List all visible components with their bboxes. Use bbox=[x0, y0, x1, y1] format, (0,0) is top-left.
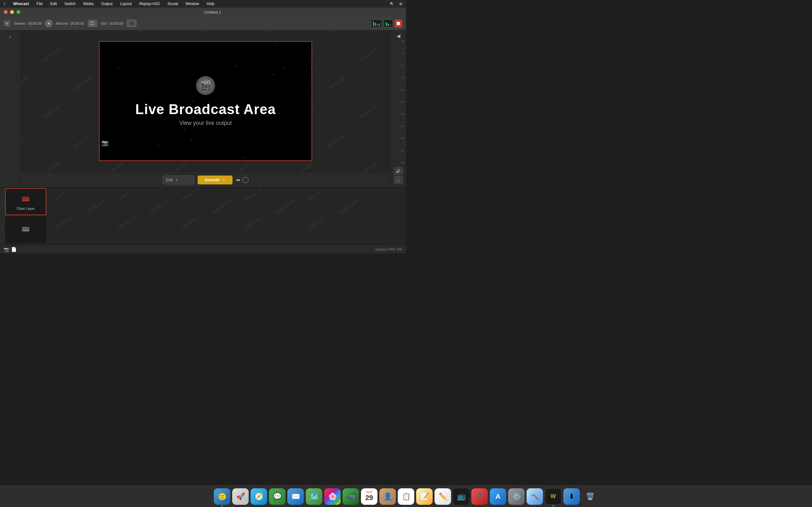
menu-file[interactable]: File bbox=[35, 2, 44, 6]
transition-bar: Cut ▼ Smooth ▼ ➡ bbox=[21, 172, 390, 187]
audio-volume-button[interactable]: 🔊 bbox=[394, 167, 403, 175]
vu-bar-6 bbox=[388, 23, 389, 26]
menu-switch[interactable]: Switch bbox=[63, 2, 77, 6]
preview-window: document.addEventListener('DOMContentLoa… bbox=[99, 41, 312, 161]
center-area: // Generate watermark pattern const wb =… bbox=[21, 31, 390, 187]
shot-2-watermark: macmj.com macmj.com macmj.com macmj.com … bbox=[46, 216, 406, 244]
vu-pointer-icon: ◀ bbox=[397, 33, 400, 39]
vu-bar-3 bbox=[377, 24, 378, 26]
toolbar: Stream: 00:00:00 Record: 00:00:00 ISO RE… bbox=[0, 16, 406, 31]
vu-bar-7 bbox=[390, 24, 391, 26]
minimize-button[interactable] bbox=[10, 10, 14, 14]
maximize-button[interactable] bbox=[16, 10, 20, 14]
right-panel: ◀ +6 -6 -12 -18 -24 -30 -36 -42 -48 -54 … bbox=[390, 31, 406, 187]
shot-1-layer-icon bbox=[20, 193, 31, 205]
vu-bar-2 bbox=[375, 23, 376, 26]
system-cpu-label: System CPU: bbox=[375, 247, 396, 251]
cut-transition-select[interactable]: Cut ▼ bbox=[163, 176, 194, 184]
statusbar: 📷 📄 System CPU: 3% bbox=[0, 245, 406, 253]
go-circle-icon bbox=[242, 177, 249, 183]
vu-label-p6: +6 bbox=[392, 40, 405, 43]
vu-meter-display[interactable] bbox=[371, 20, 382, 27]
svg-rect-5 bbox=[22, 230, 30, 231]
smooth-chevron-icon: ▼ bbox=[222, 178, 225, 181]
apple-menu[interactable]:  bbox=[3, 1, 7, 6]
stream-time: 00:00:00 bbox=[28, 21, 42, 25]
iso-indicator: ISO: 00:00:00 bbox=[101, 21, 123, 25]
menu-layout[interactable]: Layout bbox=[119, 2, 133, 6]
preview-title: Live Broadcast Area bbox=[136, 101, 276, 117]
vu-bar-1 bbox=[373, 21, 374, 26]
statusbar-right: System CPU: 3% bbox=[375, 247, 402, 251]
vu-label-n36: -36 bbox=[392, 112, 405, 115]
cut-chevron-icon: ▼ bbox=[175, 178, 178, 181]
vu-label-n30: -30 bbox=[392, 100, 405, 103]
menu-social[interactable]: Social bbox=[166, 2, 179, 6]
menu-help[interactable]: Help bbox=[206, 2, 216, 6]
toolbar-right bbox=[371, 20, 402, 27]
go-button[interactable]: ➡ bbox=[236, 176, 249, 183]
stop-button[interactable] bbox=[395, 20, 402, 27]
shot-row-2-handle[interactable]: ≡ bbox=[0, 216, 5, 244]
titlebar: Untitled 1 bbox=[0, 8, 406, 16]
svg-rect-3 bbox=[22, 227, 30, 228]
window-title: Untitled 1 bbox=[23, 10, 402, 14]
preview-logo: 🎬 bbox=[196, 76, 215, 95]
screenshot-button[interactable]: 📷 bbox=[101, 139, 108, 147]
cpu-value: 3% bbox=[397, 247, 402, 251]
menu-edit[interactable]: Edit bbox=[49, 2, 58, 6]
shot-1-thumbnail[interactable]: Clear Layer bbox=[5, 188, 46, 215]
menu-window[interactable]: Window bbox=[184, 2, 200, 6]
wm-4: macmj.com bbox=[244, 188, 264, 202]
wm-13: macmj.com bbox=[180, 216, 200, 230]
wm-14: macmj.com bbox=[244, 216, 264, 230]
vu-bar-4 bbox=[379, 23, 380, 26]
wm-7: macmj.com bbox=[148, 199, 168, 214]
smooth-transition-button[interactable]: Smooth ▼ bbox=[198, 176, 233, 184]
menubar:  Wirecast File Edit Switch Media Output… bbox=[0, 0, 406, 8]
record-inner-dot bbox=[48, 22, 50, 25]
iso-time: 00:00:00 bbox=[110, 21, 123, 25]
bottom-panel: ≡ Clear Layer macmj.com macmj.com macmj.… bbox=[0, 187, 406, 245]
shot-1-label: Clear Layer bbox=[17, 207, 35, 210]
preview-subtitle: View your live output bbox=[179, 120, 232, 126]
vu-meter-display-2[interactable] bbox=[384, 20, 393, 27]
menu-control-center-icon[interactable]: ⊞ bbox=[398, 2, 403, 6]
wm-11: macmj.com bbox=[53, 216, 73, 230]
vu-bar-5 bbox=[386, 22, 387, 26]
iso-button[interactable]: ISO REC bbox=[88, 20, 97, 27]
add-layer-icon[interactable]: 📄 bbox=[11, 247, 16, 252]
shot-row-1-handle[interactable]: ≡ bbox=[0, 188, 5, 216]
stop-icon bbox=[397, 22, 400, 25]
vu-label-n54: -54 bbox=[392, 149, 405, 152]
record-button[interactable] bbox=[45, 20, 52, 27]
app-menu-wirecast[interactable]: Wirecast bbox=[12, 2, 30, 6]
record-label: Record: bbox=[56, 21, 68, 25]
wm-9: macmj.com bbox=[275, 199, 295, 214]
vu-bottom-controls: 🔊 🎧 bbox=[394, 166, 403, 185]
stream-label: Stream: bbox=[14, 21, 26, 25]
shot-2-thumbnail[interactable] bbox=[5, 216, 46, 243]
menu-media[interactable]: Media bbox=[82, 2, 95, 6]
menu-search-icon[interactable]: 🔍 bbox=[389, 2, 396, 6]
vu-label-n48: -48 bbox=[392, 137, 405, 140]
menu-replay-iso[interactable]: Replay+ISO bbox=[138, 2, 161, 6]
shot-row-2: ≡ macmj.com macmj.com macmj.com macmj.co… bbox=[0, 216, 406, 245]
wifi-icon bbox=[4, 20, 10, 26]
svg-rect-0 bbox=[22, 197, 30, 198]
monitor-button[interactable]: ⬛ bbox=[127, 20, 136, 27]
collapse-button[interactable]: » bbox=[8, 33, 13, 41]
svg-rect-4 bbox=[22, 228, 30, 230]
menu-output[interactable]: Output bbox=[100, 2, 114, 6]
wm-8: macmj.com bbox=[212, 199, 232, 214]
preview-container: document.addEventListener('DOMContentLoa… bbox=[21, 31, 390, 172]
add-shot-icon[interactable]: 📷 bbox=[4, 247, 9, 252]
wm-15: macmj.com bbox=[307, 216, 327, 230]
close-button[interactable] bbox=[4, 10, 8, 14]
vu-label-n18: -18 bbox=[392, 76, 405, 79]
vu-label-n6: -6 bbox=[392, 52, 405, 55]
svg-rect-1 bbox=[22, 199, 30, 200]
audio-headphone-button[interactable]: 🎧 bbox=[394, 176, 403, 184]
shot-1-watermark: macmj.com macmj.com macmj.com macmj.com … bbox=[46, 188, 406, 216]
main-window: Untitled 1 Stream: 00:00:00 Record: 00:0… bbox=[0, 8, 406, 253]
